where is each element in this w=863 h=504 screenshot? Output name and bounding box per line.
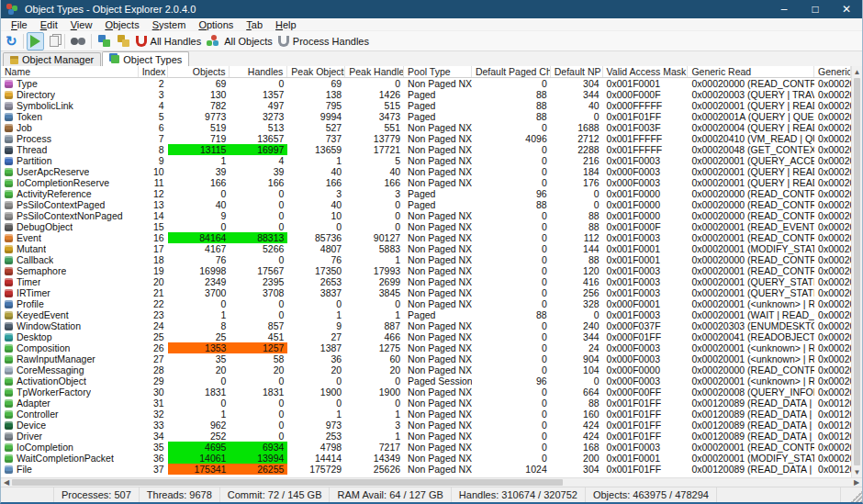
horizontal-scroll-thumb[interactable]	[12, 479, 563, 486]
cell-objects: 0	[168, 298, 230, 309]
table-row[interactable]: UserApcReserve1039394040Non Paged NX0184…	[1, 166, 851, 177]
table-row[interactable]: ActivityReference120033Paged9600x001F000…	[1, 188, 851, 199]
table-row[interactable]: Mutant174167526648075883Non Paged NX0144…	[1, 243, 851, 254]
table-row[interactable]: SymbolicLink4782497795515Paged88400x000F…	[1, 100, 851, 111]
object-types-view-button[interactable]	[95, 32, 114, 50]
table-row[interactable]: Device3396209733Non Paged NX04240x001F01…	[1, 420, 851, 431]
process-handles-button[interactable]: Process Handles	[275, 32, 372, 50]
table-row[interactable]: Job6519513527551Non Paged NX016880x001F0…	[1, 122, 851, 133]
table-row[interactable]: Composition261353125713871275Non Paged N…	[1, 342, 851, 353]
menu-item-help[interactable]: Help	[269, 19, 303, 30]
table-row[interactable]: DebugObject150000Non Paged NX0880x001F00…	[1, 221, 851, 232]
column-header-vam[interactable]: Valid Access Mask	[603, 66, 689, 77]
cell-dnpc: 328	[551, 298, 603, 309]
vertical-scroll-thumb[interactable]	[854, 78, 860, 465]
column-header-peak_objects[interactable]: Peak Objects	[287, 66, 345, 77]
cell-dnpc: 344	[551, 89, 603, 100]
scroll-left-icon[interactable]: ◀	[1, 478, 12, 487]
resize-grip[interactable]	[851, 491, 862, 502]
tpworkerfactory-object-icon	[5, 388, 13, 397]
cell-objects: 9	[168, 210, 230, 221]
menu-item-options[interactable]: Options	[192, 19, 240, 30]
menu-item-system[interactable]: System	[146, 19, 193, 30]
cell-gread: 0x00020001 (QUERY | READ_CONTR...	[688, 177, 814, 188]
minimize-button[interactable]: –	[768, 0, 800, 18]
column-header-index[interactable]: Index	[139, 66, 168, 77]
object-type-name: Timer	[17, 276, 40, 287]
cell-name: Directory	[1, 89, 139, 100]
maximize-button[interactable]: □	[800, 0, 831, 18]
table-row[interactable]: Token59773327399943473Paged8800x001F01FF…	[1, 111, 851, 122]
all-objects-button[interactable]: All Objects	[204, 32, 275, 50]
table-row[interactable]: WaitCompletionPacket36140611399414414143…	[1, 453, 851, 464]
column-header-pool_type[interactable]: Pool Type	[404, 66, 472, 77]
menu-item-file[interactable]: File	[5, 19, 34, 30]
table-row[interactable]: Event1684164883138573690127Non Paged NX0…	[1, 232, 851, 243]
table-row[interactable]: CoreMessaging2820202020Non Paged NX01040…	[1, 364, 851, 375]
column-header-gwrite[interactable]: Generic Write	[814, 66, 851, 77]
column-header-objects[interactable]: Objects	[168, 66, 230, 77]
cell-vam: 0x001F0001	[603, 453, 689, 464]
table-row[interactable]: TpWorkerFactory301831183119001900Non Pag…	[1, 386, 851, 398]
refresh-button[interactable]: ↻	[3, 32, 20, 50]
horizontal-scrollbar[interactable]: ◀ ▶	[1, 477, 862, 487]
table-row[interactable]: Adapter310000Non Paged NX0880x001F01FF0x…	[1, 398, 851, 409]
tab-object-types[interactable]: Object Types	[102, 51, 189, 66]
table-row[interactable]: IoCompletionReserve11166166166166Non Pag…	[1, 177, 851, 188]
cell-gwrite: 0x00020002	[814, 309, 851, 320]
close-button[interactable]: ✕	[831, 0, 862, 18]
menu-item-objects[interactable]: Objects	[98, 19, 145, 30]
column-header-name[interactable]: Name	[1, 66, 139, 77]
column-header-peak_handles[interactable]: Peak Handles	[345, 66, 404, 77]
menu-item-view[interactable]: View	[64, 19, 99, 30]
cell-gread: 0x00020000 (READ_CONTROL)	[688, 78, 814, 89]
cell-vam: 0x001F0003	[603, 276, 689, 287]
find-button[interactable]	[68, 32, 88, 50]
semaphore-object-icon	[5, 267, 13, 275]
table-row[interactable]: Type2690690Non Paged NX03040x001F00010x0…	[1, 78, 851, 89]
table-row[interactable]: Thread813115169971365917721Non Paged NX0…	[1, 144, 851, 155]
column-header-dnpc[interactable]: Default NP Charge	[551, 66, 603, 77]
column-header-handles[interactable]: Handles	[230, 66, 287, 77]
cell-gread: 0x00020001 (READ_CONTROL)	[688, 442, 814, 453]
column-header-dpc[interactable]: Default Paged Charge	[472, 66, 551, 77]
scroll-right-icon[interactable]: ▶	[851, 478, 862, 487]
table-row[interactable]: WindowStation2488579887Non Paged NX02400…	[1, 320, 851, 331]
vertical-scrollbar[interactable]: ▲ ▼	[851, 66, 862, 477]
table-row[interactable]: Timer202349239526532699Non Paged NX04160…	[1, 276, 851, 287]
object-manager-view-button[interactable]	[114, 32, 133, 50]
table-row[interactable]: Driver3425202531Non Paged NX04240x001F01…	[1, 431, 851, 442]
keyedevent-object-icon	[5, 311, 13, 319]
cell-gwrite: 0x00020000	[814, 210, 851, 221]
table-row[interactable]: KeyedEvent231011Paged8800x001F00030x0002…	[1, 309, 851, 320]
menu-item-tab[interactable]: Tab	[240, 19, 269, 30]
tab-object-manager[interactable]: Object Manager	[3, 52, 101, 66]
table-row[interactable]: PsSiloContextNonPaged1490100Non Paged NX…	[1, 210, 851, 221]
table-row[interactable]: Profile220000Non Paged NX03280x000F00010…	[1, 298, 851, 309]
table-row[interactable]: PsSiloContextPaged13400400Paged8800x001F…	[1, 199, 851, 210]
horizontal-scroll-track[interactable]	[563, 478, 851, 487]
column-header-gread[interactable]: Generic Read	[688, 66, 814, 77]
scroll-up-icon[interactable]: ▲	[852, 66, 862, 77]
scroll-down-icon[interactable]: ▼	[852, 466, 862, 477]
all-handles-button[interactable]: All Handles	[133, 32, 205, 50]
table-row[interactable]: ActivationObject290000Paged Session NX96…	[1, 375, 851, 386]
cell-dpc: 0	[472, 254, 551, 265]
table-row[interactable]: Controller321011Non Paged NX01600x001F01…	[1, 409, 851, 420]
table-row[interactable]: Semaphore1916998175671735017993Non Paged…	[1, 265, 851, 276]
menu-item-edit[interactable]: Edit	[34, 19, 64, 30]
run-button[interactable]	[27, 32, 44, 50]
cell-name: KeyedEvent	[1, 309, 139, 320]
table-row[interactable]: Callback18760761Non Paged NX0880x001F000…	[1, 254, 851, 265]
copy-button[interactable]	[44, 32, 62, 50]
table-row[interactable]: Process77191365773713779Non Paged NX4096…	[1, 133, 851, 144]
cell-vam: 0x001F0000	[603, 188, 689, 199]
table-row[interactable]: File371753412625517572925626Non Paged NX…	[1, 464, 851, 475]
table-row[interactable]: IRTimer213700370838373845Non Paged NX025…	[1, 287, 851, 298]
table-row[interactable]: IoCompletion354695693447987217Non Paged …	[1, 442, 851, 453]
table-row[interactable]: Desktop252545127466Non Paged NX03440x000…	[1, 331, 851, 342]
table-row[interactable]: Directory313013571381426Paged883440x000F…	[1, 89, 851, 100]
cell-peak_handles: 0	[345, 221, 404, 232]
table-row[interactable]: Partition91415Non Paged NX02160x001F0003…	[1, 155, 851, 166]
table-row[interactable]: RawInputManager2735583660Non Paged NX090…	[1, 353, 851, 364]
